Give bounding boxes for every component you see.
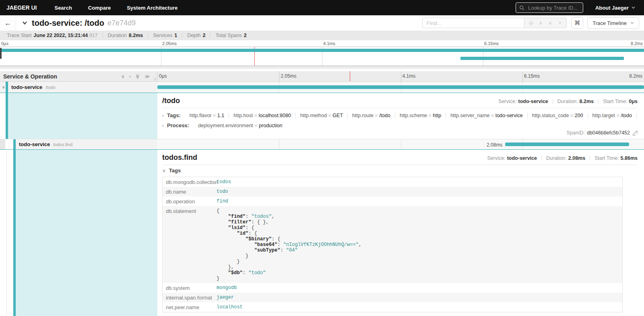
span-color-bar: [13, 139, 16, 149]
tag-row: db.name todo: [163, 187, 622, 196]
trace-id-lookup-input[interactable]: [527, 4, 580, 11]
process-summary-row[interactable]: › Process: deployment.environmentproduct…: [162, 122, 638, 128]
span-id-label: SpanID:: [567, 130, 585, 136]
span-detail-meta: Service: todo-service Duration: 2.08ms S…: [487, 155, 638, 161]
clear-find-icon[interactable]: ×: [555, 20, 565, 26]
span-operation-name: todos.find: [53, 142, 72, 147]
minimap-tick-label: 4.1ms: [323, 41, 335, 46]
start-time-value: 5.86ms: [621, 155, 638, 161]
tags-summary-row[interactable]: › Tags: http.flavor1.1http.hostlocalhost…: [162, 112, 638, 118]
span-timeline-cell[interactable]: [157, 82, 644, 93]
expand-all-icon[interactable]: ≫: [135, 74, 140, 79]
ruler-gridline: [522, 71, 523, 81]
chevron-down-icon: ∨: [162, 168, 166, 173]
tag-row: internal.span.format jaeger: [163, 293, 622, 302]
nav-item[interactable]: System Architecture: [119, 5, 186, 11]
tag-key: internal.span.format: [163, 293, 216, 302]
minimap-span-bar: [460, 57, 624, 60]
detail-highlight-column: [8, 93, 157, 139]
span-id-row: SpanID: db046b8efc5b7452: [567, 130, 638, 136]
tags-accordion-header[interactable]: ∨ Tags: [162, 167, 638, 173]
span-operation-name: /todo: [45, 85, 55, 90]
minimap-tick-label: 6.15ms: [484, 41, 499, 46]
detail-highlight-column: [16, 150, 157, 316]
nav-item[interactable]: Compare: [80, 5, 119, 11]
chevron-down-icon[interactable]: ∨: [2, 85, 5, 89]
prev-match-icon[interactable]: ∧: [536, 20, 545, 26]
trace-minimap[interactable]: [0, 47, 644, 66]
tag-key: db.mongodb.collection: [163, 177, 216, 187]
find-toolbar: ◎ ∧ ∨ × ⌘ Trace Timeline: [422, 17, 644, 29]
timeline-ruler[interactable]: 0μs 2.05ms 4.1ms 6.15ms 8.2ms: [157, 71, 644, 81]
trace-id-lookup[interactable]: [516, 2, 583, 13]
ruler-tick-label: 4.1ms: [402, 73, 416, 79]
start-time-value: 0μs: [629, 99, 638, 104]
nav-item[interactable]: Search: [46, 5, 80, 11]
expand-collapse-controls: ∨ › ≫ ≫: [121, 74, 150, 79]
duration-label: Duration:: [557, 99, 578, 104]
span-service-name: todo-service: [19, 141, 50, 147]
service-operation-header: Service & Operation ∨ › ≫ ≫: [0, 71, 157, 81]
tags-label: Tags:: [167, 112, 181, 118]
tag-key: db.statement: [163, 206, 216, 283]
command-icon: ⌘: [574, 19, 580, 27]
tag-row: db.statement { "find": "todos", "filter"…: [163, 206, 622, 283]
detail-left-column: [0, 93, 157, 139]
process-label: Process:: [167, 122, 189, 128]
next-match-icon[interactable]: ∨: [545, 20, 555, 26]
tags-summary-list: http.flavor1.1http.hostlocalhost:8080htt…: [185, 113, 638, 118]
link-icon[interactable]: [632, 130, 638, 136]
span-detail-title[interactable]: todos.find: [162, 153, 197, 162]
keyboard-shortcuts-button[interactable]: ⌘: [571, 17, 583, 29]
span-detail-title[interactable]: /todo: [162, 97, 180, 105]
span-name-cell[interactable]: todo-service todos.find: [0, 139, 157, 149]
duration-value: 2.08ms: [568, 155, 585, 161]
expand-one-icon[interactable]: ≫: [144, 74, 150, 79]
collapse-one-icon[interactable]: ›: [129, 74, 131, 79]
back-arrow-icon: ←: [4, 19, 12, 27]
top-navbar: JAEGER UI SearchCompareSystem Architectu…: [0, 0, 644, 15]
tag-value: jaeger: [216, 293, 622, 302]
tags-section-label: Tags: [169, 167, 181, 173]
service-label: Service:: [498, 99, 516, 104]
span-name-cell[interactable]: ∨ todo-service /todo: [0, 82, 157, 93]
chevron-right-icon: ›: [162, 123, 164, 128]
tag-value: localhost: [216, 302, 622, 312]
column-resizer-grip[interactable]: [154, 78, 156, 81]
search-icon: [519, 5, 524, 10]
ruler-tick-label: 8.2ms: [629, 73, 642, 79]
tag-row: db.system mongodb: [163, 283, 622, 293]
tag-row: db.operation find: [163, 196, 622, 206]
about-jaeger-menu[interactable]: About Jaeger: [595, 5, 635, 11]
minimap-scrubber-handle[interactable]: [0, 48, 2, 59]
indent-guide[interactable]: [0, 139, 5, 149]
service-operation-title: Service & Operation: [3, 73, 57, 80]
find-input[interactable]: [422, 18, 524, 28]
tag-row: net.peer.name localhost: [163, 302, 622, 312]
start-time-label: Start Time:: [594, 155, 619, 161]
span-duration-bar[interactable]: [505, 143, 629, 146]
divider-strip: [0, 66, 644, 69]
back-button[interactable]: ←: [0, 15, 16, 31]
trace-view-selector[interactable]: Trace Timeline: [587, 17, 639, 29]
span-id-value: db046b8efc5b7452: [587, 130, 630, 136]
span-color-bar: [6, 82, 8, 93]
tag-summary-item: http.flavor1.1: [185, 113, 229, 118]
span-row-todos-find[interactable]: todo-service todos.find 2.08ms: [0, 139, 644, 149]
span-row-todo[interactable]: ∨ todo-service /todo: [0, 82, 644, 93]
trace-collapse-toggle[interactable]: [21, 20, 28, 26]
tag-summary-item: http.methodGET: [296, 113, 348, 118]
trace-summary-item: Duration8.2ms: [103, 33, 149, 38]
trace-summary-item: Total Spans2: [211, 33, 251, 38]
tag-value: find: [216, 196, 622, 206]
span-timeline-cell[interactable]: 2.08ms: [157, 139, 644, 149]
row-gridline: [279, 139, 279, 149]
jaeger-logo[interactable]: JAEGER UI: [0, 4, 46, 11]
span-duration-bar[interactable]: [157, 85, 644, 89]
focus-match-icon[interactable]: ◎: [526, 20, 536, 26]
service-value: todo-service: [507, 155, 537, 161]
collapse-all-icon[interactable]: ∨: [121, 74, 125, 79]
indent-guide: [6, 150, 7, 316]
ruler-cursor-line: [350, 71, 350, 81]
detail-body: todos.find Service: todo-service Duratio…: [157, 150, 644, 316]
